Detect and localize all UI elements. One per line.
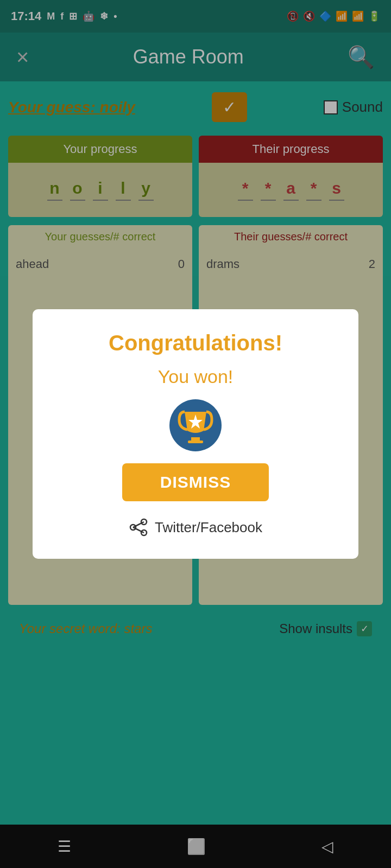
svg-rect-2 [188, 441, 203, 443]
dismiss-button[interactable]: DISMISS [122, 463, 269, 501]
congratulations-modal: Congratulations! You won! DISMISS Twi [33, 309, 358, 559]
modal-title: Congratulations! [109, 331, 282, 355]
share-label: Twitter/Facebook [155, 519, 262, 536]
trophy-icon [168, 398, 223, 452]
share-row[interactable]: Twitter/Facebook [129, 518, 262, 537]
modal-subtitle: You won! [158, 366, 234, 387]
share-icon [129, 518, 148, 537]
modal-overlay: Congratulations! You won! DISMISS Twi [0, 0, 391, 868]
